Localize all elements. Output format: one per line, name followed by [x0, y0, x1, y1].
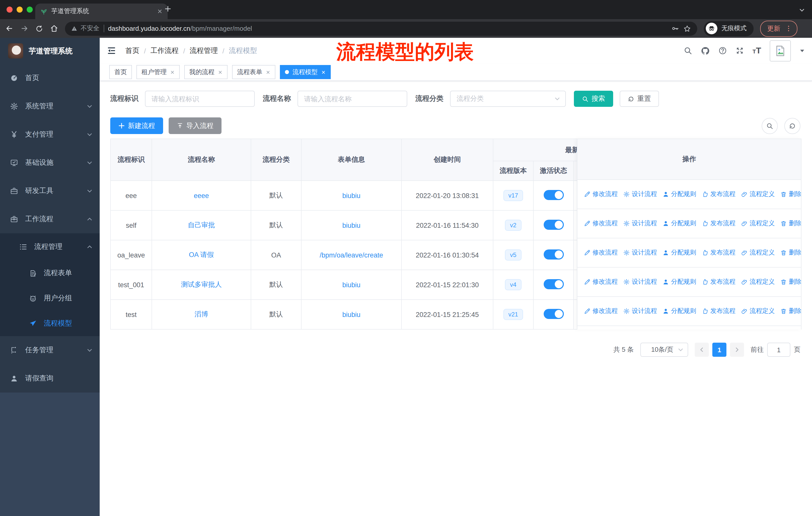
search-icon[interactable] [684, 46, 692, 55]
action-设计流程[interactable]: 设计流程 [623, 307, 657, 316]
update-button[interactable]: 更新 [760, 20, 798, 36]
avatar-caret-down-icon[interactable] [800, 49, 805, 53]
action-流程定义[interactable]: 流程定义 [741, 307, 775, 316]
cell-link[interactable]: /bpm/oa/leave/create [320, 251, 383, 259]
cell-form[interactable]: /bpm/oa/leave/create [301, 240, 402, 270]
tag-close-icon[interactable] [266, 70, 270, 74]
avatar[interactable] [770, 40, 791, 61]
sidebar-item-系统管理[interactable]: 系统管理 [0, 92, 100, 120]
cell-link[interactable]: 滔博 [195, 310, 208, 318]
sidebar-item-首页[interactable]: 首页 [0, 64, 100, 92]
action-流程定义[interactable]: 流程定义 [741, 219, 775, 228]
process-name-input[interactable] [297, 91, 407, 107]
cell-form[interactable]: biubiu [301, 210, 402, 240]
action-修改流程[interactable]: 修改流程 [584, 190, 618, 198]
cell-name[interactable]: OA 请假 [152, 240, 251, 270]
breadcrumb-item-流程管理[interactable]: 流程管理 [190, 46, 218, 55]
active-toggle[interactable] [544, 219, 563, 229]
tab-list-chevron-icon[interactable] [799, 7, 805, 13]
cell-name[interactable]: 自己审批 [152, 210, 251, 240]
create-process-button[interactable]: 新建流程 [110, 117, 163, 134]
action-分配规则[interactable]: 分配规则 [663, 219, 696, 228]
action-流程定义[interactable]: 流程定义 [741, 248, 775, 257]
window-close-button[interactable] [6, 6, 12, 12]
action-分配规则[interactable]: 分配规则 [663, 307, 696, 316]
key-icon[interactable] [671, 25, 679, 32]
action-删除[interactable]: 删除 [780, 248, 802, 257]
cell-link[interactable]: 自己审批 [188, 221, 215, 229]
version-badge[interactable]: v5 [505, 249, 521, 261]
version-badge[interactable]: v17 [503, 190, 523, 201]
font-size-icon[interactable]: TT [753, 46, 761, 55]
reload-icon[interactable] [35, 24, 43, 32]
sidebar-item-基础设施[interactable]: 基础设施 [0, 148, 100, 177]
tag-close-icon[interactable] [170, 70, 175, 74]
action-发布流程[interactable]: 发布流程 [702, 307, 735, 316]
cell-name[interactable]: eeee [152, 181, 251, 210]
github-icon[interactable] [701, 46, 710, 55]
show-search-button[interactable] [762, 118, 778, 134]
active-toggle[interactable] [544, 279, 563, 289]
active-toggle[interactable] [544, 190, 563, 200]
action-修改流程[interactable]: 修改流程 [584, 278, 618, 286]
home-icon[interactable] [50, 24, 58, 33]
cell-link[interactable]: biubiu [342, 221, 360, 229]
sidebar-item-支付管理[interactable]: 支付管理 [0, 120, 100, 148]
action-设计流程[interactable]: 设计流程 [623, 278, 657, 286]
page-1-button[interactable]: 1 [712, 343, 726, 357]
cell-link[interactable]: OA 请假 [189, 251, 214, 259]
tag-首页[interactable]: 首页 [109, 65, 132, 79]
window-minimize-button[interactable] [17, 6, 23, 12]
browser-tab[interactable]: 芋道管理系统 [35, 3, 168, 19]
action-流程定义[interactable]: 流程定义 [741, 278, 775, 286]
app-logo-row[interactable]: 芋道管理系统 [0, 38, 100, 64]
new-tab-button[interactable] [165, 5, 171, 12]
version-badge[interactable]: v21 [503, 309, 523, 320]
breadcrumb-item-工作流程[interactable]: 工作流程 [150, 46, 179, 55]
cell-link[interactable]: eeee [194, 192, 209, 199]
action-删除[interactable]: 删除 [780, 278, 802, 286]
sidebar-item-研发工具[interactable]: 研发工具 [0, 177, 100, 205]
tag-租户管理[interactable]: 租户管理 [137, 65, 180, 79]
action-设计流程[interactable]: 设计流程 [623, 190, 657, 198]
action-删除[interactable]: 删除 [780, 219, 802, 228]
action-发布流程[interactable]: 发布流程 [702, 219, 735, 228]
star-icon[interactable] [683, 24, 691, 32]
url-text[interactable]: dashboard.yudao.iocoder.cn/bpm/manager/m… [108, 25, 668, 32]
tab-close-icon[interactable] [157, 8, 163, 14]
cell-form[interactable]: biubiu [301, 300, 402, 329]
action-设计流程[interactable]: 设计流程 [623, 219, 657, 228]
action-发布流程[interactable]: 发布流程 [702, 190, 735, 198]
tag-我的流程[interactable]: 我的流程 [184, 65, 228, 79]
tag-close-icon[interactable] [321, 70, 326, 74]
sidebar-collapse-hamburger-icon[interactable] [107, 46, 116, 55]
action-流程定义[interactable]: 流程定义 [741, 190, 775, 198]
cell-name[interactable]: 测试多审批人 [152, 270, 251, 300]
back-icon[interactable] [5, 24, 13, 33]
version-badge[interactable]: v2 [505, 220, 521, 231]
action-修改流程[interactable]: 修改流程 [584, 307, 618, 316]
sidebar-item-流程模型[interactable]: 流程模型 [0, 311, 100, 336]
sidebar-item-流程管理[interactable]: 流程管理 [0, 233, 100, 261]
action-修改流程[interactable]: 修改流程 [584, 248, 618, 257]
category-select[interactable]: 流程分类 [450, 91, 566, 107]
cell-name[interactable]: 滔博 [152, 300, 251, 329]
action-修改流程[interactable]: 修改流程 [584, 219, 618, 228]
goto-page-input[interactable] [767, 343, 790, 357]
cell-link[interactable]: 测试多审批人 [181, 281, 222, 288]
active-toggle[interactable] [544, 249, 563, 259]
cell-form[interactable]: biubiu [301, 181, 402, 210]
sidebar-item-流程表单[interactable]: 流程表单 [0, 261, 100, 286]
action-分配规则[interactable]: 分配规则 [663, 278, 696, 286]
sidebar-item-用户分组[interactable]: 用户分组 [0, 286, 100, 311]
window-zoom-button[interactable] [27, 6, 33, 12]
action-删除[interactable]: 删除 [780, 190, 802, 198]
question-icon[interactable] [718, 46, 727, 55]
fullscreen-icon[interactable] [735, 46, 744, 55]
tag-流程模型[interactable]: 流程模型 [280, 65, 331, 79]
import-process-button[interactable]: 导入流程 [169, 117, 222, 134]
window-controls[interactable] [6, 6, 33, 12]
reset-button[interactable]: 重置 [620, 91, 659, 107]
tag-流程表单[interactable]: 流程表单 [232, 65, 276, 79]
security-chip[interactable]: 不安全 [71, 24, 99, 33]
